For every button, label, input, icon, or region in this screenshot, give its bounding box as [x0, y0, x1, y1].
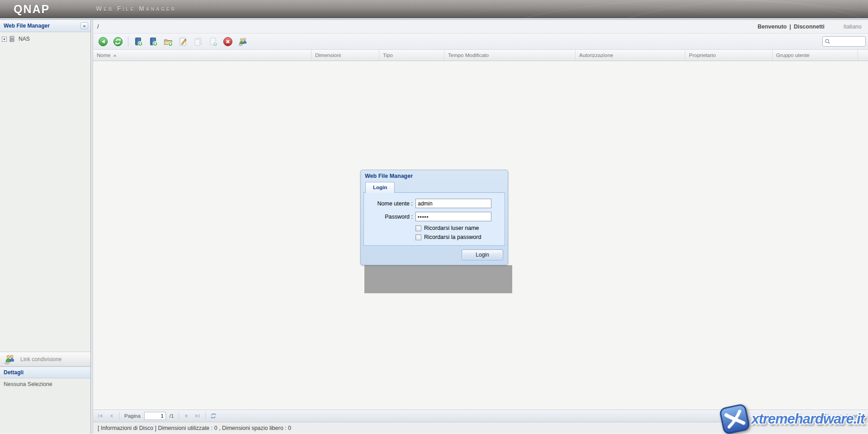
- tree-expander-icon[interactable]: [2, 37, 7, 42]
- nas-server-icon: [9, 35, 15, 43]
- copy-icon: [193, 37, 203, 47]
- sidebar-title: Web File Manager: [4, 23, 80, 29]
- refresh-icon: [113, 37, 123, 47]
- paging-toolbar: Pagina /1: [93, 410, 868, 422]
- column-header-tempo-modificato[interactable]: Tempo Modificato: [444, 50, 576, 61]
- share-link-icon: [238, 37, 248, 47]
- column-header-proprietario[interactable]: Proprietario: [685, 50, 773, 61]
- toolbar-separator: [128, 37, 128, 47]
- login-dialog: Web File Manager Login Nome utente : Pas…: [360, 170, 508, 265]
- grid-header: Nome Dimensioni Tipo Tempo Modificato Au…: [93, 50, 868, 61]
- details-panel: Nessuna Selezione: [0, 378, 90, 434]
- grid-refresh-button[interactable]: [209, 411, 218, 420]
- login-form: Nome utente : Password : Ricordarsi luse…: [363, 193, 505, 246]
- link-divider: |: [789, 24, 791, 30]
- last-page-button[interactable]: [193, 411, 202, 420]
- upload-icon: [133, 37, 143, 47]
- first-page-icon: [97, 412, 104, 420]
- language-selector[interactable]: Italiano: [844, 24, 862, 30]
- column-label: Nome: [97, 50, 111, 61]
- search-icon: [825, 38, 831, 45]
- username-field[interactable]: [415, 199, 491, 208]
- sort-asc-icon: [113, 54, 117, 57]
- page-label: Pagina: [124, 413, 141, 419]
- remember-username-checkbox[interactable]: [415, 225, 421, 231]
- download-button[interactable]: [147, 35, 160, 48]
- next-page-button[interactable]: [182, 411, 191, 420]
- page-total-label: /1: [170, 413, 174, 419]
- column-label: Autorizzazione: [579, 50, 613, 61]
- prev-page-button[interactable]: [107, 411, 116, 420]
- refresh-button[interactable]: [112, 35, 124, 48]
- next-page-icon: [183, 412, 190, 420]
- back-icon: [98, 37, 108, 47]
- upload-button[interactable]: [132, 35, 145, 48]
- disk-info-text: [ Informazioni di Disco ] Dimensioni uti…: [98, 425, 291, 431]
- app-title: Web File Manager: [96, 5, 176, 12]
- sidebar: Web File Manager « NAS: [0, 20, 91, 434]
- dialog-shadow: [364, 265, 512, 293]
- column-header-autorizzazione[interactable]: Autorizzazione: [576, 50, 685, 61]
- delete-button[interactable]: [222, 35, 234, 48]
- paste-icon: [208, 37, 218, 47]
- password-label: Password :: [364, 214, 413, 220]
- paging-status-text: Nessun elementi: [825, 413, 863, 419]
- logout-link[interactable]: Disconnetti: [794, 24, 825, 30]
- sidebar-collapse-button[interactable]: «: [80, 22, 88, 29]
- page-number-input[interactable]: [144, 412, 166, 420]
- rename-icon: [178, 37, 188, 47]
- download-icon: [148, 37, 158, 47]
- column-label: Dimensioni: [315, 50, 341, 61]
- header-swoosh-decor: [461, 0, 868, 18]
- dialog-footer: Login: [361, 246, 508, 264]
- tree-node-nas[interactable]: NAS: [2, 35, 89, 43]
- column-header-tipo[interactable]: Tipo: [379, 50, 444, 61]
- details-header: Dettagli: [0, 367, 90, 378]
- tree-node-label[interactable]: NAS: [17, 36, 30, 42]
- column-header-nome[interactable]: Nome: [93, 50, 311, 61]
- paging-separator: [205, 412, 206, 420]
- column-header-spacer: [858, 50, 868, 61]
- username-label: Nome utente :: [364, 200, 413, 207]
- sidebar-header: Web File Manager «: [0, 20, 90, 32]
- column-header-dimensioni[interactable]: Dimensioni: [311, 50, 379, 61]
- status-bar: [ Informazioni di Disco ] Dimensioni uti…: [93, 422, 868, 434]
- dialog-title: Web File Manager: [361, 170, 508, 182]
- share-link-button[interactable]: [236, 35, 249, 48]
- dialog-tabstrip: Login: [363, 182, 505, 193]
- column-label: Tempo Modificato: [448, 50, 489, 61]
- new-folder-icon: [163, 37, 173, 47]
- back-button[interactable]: [97, 35, 109, 48]
- prev-page-icon: [108, 412, 115, 420]
- welcome-link[interactable]: Benvenuto: [758, 24, 787, 30]
- delete-icon: [223, 37, 233, 47]
- new-folder-button[interactable]: [162, 35, 175, 48]
- copy-button[interactable]: [192, 35, 204, 48]
- details-empty-text: Nessuna Selezione: [4, 381, 52, 387]
- column-label: Tipo: [383, 50, 393, 61]
- breadcrumb: /: [97, 23, 758, 30]
- column-header-gruppo-utente[interactable]: Gruppo utente: [773, 50, 858, 61]
- folder-tree: NAS: [0, 32, 90, 352]
- column-label: Proprietario: [689, 50, 716, 61]
- tab-login[interactable]: Login: [365, 182, 395, 193]
- remember-password-checkbox[interactable]: [415, 234, 421, 240]
- remember-username-label: Ricordarsi luser name: [424, 225, 479, 231]
- rename-button[interactable]: [177, 35, 189, 48]
- share-link-label[interactable]: Link condivisione: [20, 356, 61, 362]
- search-box: [822, 36, 866, 47]
- details-title: Dettagli: [4, 369, 24, 376]
- qnap-logo: QNAP: [14, 3, 50, 16]
- paste-button[interactable]: [207, 35, 219, 48]
- brand-header: QNAP Web File Manager: [0, 0, 868, 18]
- paging-separator: [179, 412, 179, 420]
- password-field[interactable]: [415, 212, 491, 221]
- login-button[interactable]: Login: [462, 249, 503, 260]
- grid-refresh-icon: [210, 412, 217, 420]
- search-input[interactable]: [831, 39, 863, 44]
- toolbar: [93, 33, 868, 50]
- share-link-bar[interactable]: Link condivisione: [0, 352, 90, 367]
- last-page-icon: [194, 412, 201, 420]
- first-page-button[interactable]: [96, 411, 105, 420]
- path-bar: / Benvenuto | Disconnetti Italiano: [93, 20, 868, 33]
